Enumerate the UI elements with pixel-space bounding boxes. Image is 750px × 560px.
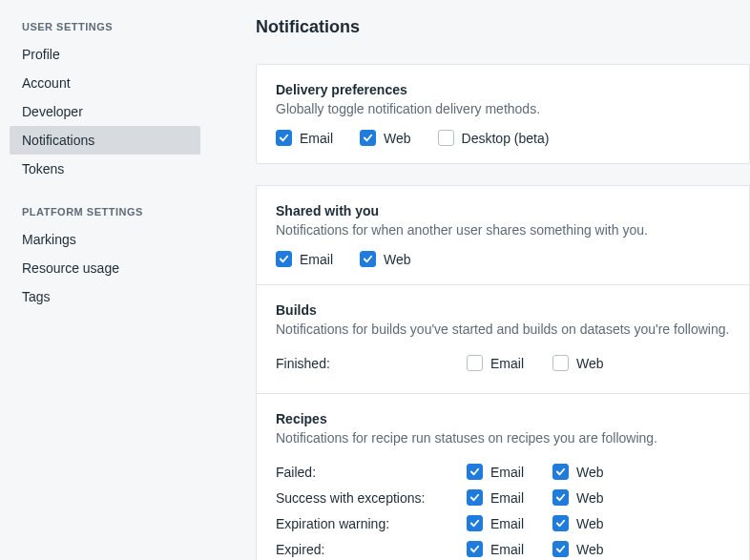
checkbox-label: Web [576,465,604,480]
checkbox-icon [276,251,292,267]
card-title: Shared with you [276,203,730,218]
card-desc: Notifications for recipe run statuses on… [276,430,730,446]
main-content: Notifications Delivery preferences Globa… [210,0,750,560]
checkbox-email[interactable]: Email [467,541,524,557]
checkbox-icon [467,464,483,480]
checkbox-web[interactable]: Web [552,541,604,557]
checkbox-icon [360,130,376,146]
card-delivery-preferences: Delivery preferences Globally toggle not… [256,64,750,164]
checkbox-email[interactable]: Email [276,251,333,267]
sidebar-item-tokens[interactable]: Tokens [10,155,200,183]
checkbox-web[interactable]: Web [360,251,411,267]
checkbox-row: Email Web Desktop (beta) [276,130,730,146]
checkbox-web[interactable]: Web [552,464,604,480]
sidebar-group-platform: PLATFORM SETTINGS Markings Resource usag… [10,206,200,311]
checkbox-label: Web [576,542,604,557]
sidebar-item-account[interactable]: Account [10,69,200,97]
row-label: Expired: [276,542,467,557]
checkbox-icon [467,489,483,506]
checkbox-web[interactable]: Web [360,130,411,146]
sidebar-item-profile[interactable]: Profile [10,40,200,69]
checkbox-label: Web [576,356,604,371]
row-label: Failed: [276,465,467,480]
sidebar-group-user: USER SETTINGS Profile Account Developer … [10,21,200,183]
checkbox-icon [467,515,483,531]
checkbox-label: Desktop (beta) [462,131,550,146]
checkbox-label: Web [576,516,604,531]
sidebar-item-resource-usage[interactable]: Resource usage [10,254,200,282]
table-row: Expired: Email Web [276,536,730,560]
row-label: Success with exceptions: [276,490,467,506]
checkbox-icon [552,489,569,506]
sidebar-item-markings[interactable]: Markings [10,225,200,254]
row-label: Finished: [276,356,467,371]
row-label: Expiration warning: [276,516,467,531]
checkbox-icon [552,541,569,557]
checkbox-icon [360,251,376,267]
card-recipes: Recipes Notifications for recipe run sta… [256,393,750,560]
checkbox-web[interactable]: Web [552,489,604,506]
checkbox-label: Email [490,516,524,531]
sidebar-item-notifications[interactable]: Notifications [10,126,200,155]
checkbox-icon [552,515,569,531]
checkbox-icon [438,130,454,146]
card-title: Recipes [276,411,730,426]
checkbox-icon [552,355,569,371]
sidebar: USER SETTINGS Profile Account Developer … [0,0,210,560]
table-row: Failed: Email Web [276,459,730,485]
checkbox-label: Email [490,542,524,557]
checkbox-email[interactable]: Email [276,130,333,146]
checkbox-icon [467,541,483,557]
checkbox-label: Web [384,131,411,146]
checkbox-email[interactable]: Email [467,355,524,371]
checkbox-icon [467,355,483,371]
card-desc: Notifications for builds you've started … [276,321,730,337]
checkbox-icon [276,130,292,146]
checkbox-email[interactable]: Email [467,489,524,506]
checkbox-desktop[interactable]: Desktop (beta) [438,130,550,146]
checkbox-web[interactable]: Web [552,355,604,371]
card-title: Delivery preferences [276,82,730,97]
card-desc: Notifications for when another user shar… [276,222,730,238]
table-row: Expiration warning: Email Web [276,510,730,536]
card-shared-with-you: Shared with you Notifications for when a… [256,185,750,284]
checkbox-email[interactable]: Email [467,464,524,480]
card-title: Builds [276,302,730,318]
checkbox-icon [552,464,569,480]
page-title: Notifications [256,17,750,37]
table-row: Success with exceptions: Email Web [276,485,730,510]
checkbox-email[interactable]: Email [467,515,524,531]
sidebar-item-tags[interactable]: Tags [10,282,200,311]
checkbox-label: Email [490,490,524,506]
card-desc: Globally toggle notification delivery me… [276,101,730,116]
table-row: Finished: Email Web [276,350,730,376]
card-builds: Builds Notifications for builds you've s… [256,284,750,393]
checkbox-label: Web [576,490,604,506]
checkbox-label: Email [490,356,524,371]
sidebar-item-developer[interactable]: Developer [10,97,200,126]
checkbox-web[interactable]: Web [552,515,604,531]
checkbox-row: Email Web [276,251,730,267]
checkbox-label: Email [490,465,524,480]
checkbox-label: Web [384,252,411,267]
checkbox-label: Email [300,131,333,146]
sidebar-header-platform: PLATFORM SETTINGS [10,206,200,225]
sidebar-header-user: USER SETTINGS [10,21,200,40]
checkbox-label: Email [300,252,333,267]
